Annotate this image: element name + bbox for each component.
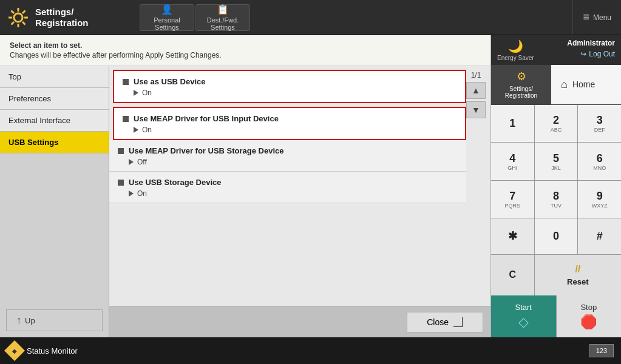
setting-item-meap-usb-storage[interactable]: Use MEAP Driver for USB Storage Device O… (109, 140, 466, 172)
key-7[interactable]: 7PQRS (491, 181, 534, 218)
square-icon-2 (123, 116, 129, 122)
close-label: Close (427, 317, 449, 327)
tab-bar: 👤 Personal Settings 📋 Dest./Fwd. Setting… (134, 0, 572, 35)
numpad: 1 2ABC 3DEF 4GHI 5JKL 6MNO 7PQRS 8TUV 9W… (491, 105, 621, 295)
personal-icon: 👤 (161, 4, 173, 15)
content-body: Top Preferences External Interface USB S… (0, 66, 490, 337)
scroll-down-button[interactable]: ▼ (466, 101, 486, 118)
key-reset[interactable]: // Reset (535, 255, 621, 295)
key-6[interactable]: 6MNO (578, 143, 621, 180)
setting-item-meap-usb-input[interactable]: Use MEAP Driver for USB Input Device On (113, 107, 466, 140)
nav-item-preferences[interactable]: Preferences (0, 88, 109, 110)
admin-area: Administrator ↪ Log Out (540, 35, 621, 65)
bottom-bar: ◆ Status Monitor 123 (0, 337, 621, 364)
logout-button[interactable]: ↪ Log Out (580, 50, 615, 58)
up-button[interactable]: ↑ Up (6, 309, 103, 331)
key-5[interactable]: 5JKL (535, 143, 578, 180)
energy-saver-button[interactable]: 🌙 Energy Saver (491, 35, 540, 65)
setting-title-meap-storage: Use MEAP Driver for USB Storage Device (129, 146, 284, 155)
key-5-label: 5 (553, 152, 559, 165)
key-2-label: 2 (553, 114, 559, 127)
key-0[interactable]: 0 (535, 218, 578, 254)
setting-value-meap-storage: Off (137, 158, 147, 166)
key-2[interactable]: 2ABC (535, 105, 578, 142)
content-area: Select an item to set. Changes will be e… (0, 35, 490, 337)
page-number: 1/1 (471, 71, 481, 79)
key-3-label: 3 (597, 114, 603, 127)
svg-line-8 (12, 22, 15, 25)
key-8[interactable]: 8TUV (535, 181, 578, 218)
key-clear[interactable]: C (491, 255, 534, 295)
key-2-sub: ABC (551, 127, 562, 133)
setting-title-usb-device: Use as USB Device (134, 77, 206, 86)
key-7-label: 7 (509, 190, 515, 203)
info-line1: Select an item to set. (10, 41, 481, 50)
logout-icon: ↪ (580, 50, 586, 58)
status-monitor-button[interactable]: ◆ Status Monitor (7, 343, 78, 358)
key-9[interactable]: 9WXYZ (578, 181, 621, 218)
nav-item-external-interface[interactable]: External Interface (0, 110, 109, 132)
key-5-sub: JKL (551, 165, 561, 171)
keyboard-icon-button[interactable]: 123 (589, 344, 614, 357)
key-7-sub: PQRS (505, 203, 521, 209)
close-btn-row: Close (109, 306, 490, 337)
start-diamond-icon: ◇ (518, 314, 529, 330)
triangle-icon (134, 90, 138, 96)
tab-personal-settings[interactable]: 👤 Personal Settings (140, 4, 194, 31)
menu-label: Menu (593, 13, 611, 22)
setting-value-usb-device: On (142, 89, 152, 97)
setting-item-usb-storage-device[interactable]: Use USB Storage Device On (109, 172, 466, 203)
start-button[interactable]: Start ◇ (491, 295, 556, 337)
start-label: Start (515, 303, 532, 312)
close-button[interactable]: Close (407, 312, 483, 332)
menu-button[interactable]: ≡ Menu (572, 0, 621, 35)
key-star[interactable]: ✱ (491, 218, 534, 254)
scroll-up-button[interactable]: ▲ (466, 82, 486, 99)
key-9-sub: WXYZ (592, 203, 608, 209)
reset-slash-icon: // (575, 264, 580, 275)
settings-panel: Use as USB Device On (109, 66, 490, 337)
home-icon: ⌂ (561, 78, 568, 91)
key-4[interactable]: 4GHI (491, 143, 534, 180)
svg-line-6 (22, 22, 25, 25)
svg-point-0 (14, 13, 22, 22)
app-title-area: Settings/ Registration (0, 0, 134, 35)
settings-reg-row: ⚙ Settings/ Registration ⌂ Home (491, 65, 621, 105)
gear-icon (7, 7, 29, 29)
start-stop-row: Start ◇ Stop 🛑 (491, 295, 621, 337)
key-4-sub: GHI (507, 165, 517, 171)
nav-item-usb-settings[interactable]: USB Settings (0, 132, 109, 153)
home-button[interactable]: ⌂ Home (551, 65, 621, 104)
right-sidebar: 🌙 Energy Saver Administrator ↪ Log Out (490, 35, 621, 337)
tab-dest-fwd-settings[interactable]: 📋 Dest./Fwd. Settings (195, 4, 250, 31)
top-bar: Settings/ Registration 👤 Personal Settin… (0, 0, 621, 35)
logout-label: Log Out (589, 50, 615, 58)
stop-button[interactable]: Stop 🛑 (557, 295, 622, 337)
key-6-sub: MNO (593, 165, 606, 171)
key-8-sub: TUV (551, 203, 562, 209)
up-label: Up (25, 316, 35, 325)
key-hash[interactable]: # (578, 218, 621, 254)
key-1-label: 1 (509, 117, 515, 130)
setting-title-usb-storage: Use USB Storage Device (129, 178, 221, 187)
main-layout: Select an item to set. Changes will be e… (0, 35, 621, 337)
key-3[interactable]: 3DEF (578, 105, 621, 142)
key-3-sub: DEF (594, 127, 605, 133)
key-1[interactable]: 1 (491, 105, 534, 142)
key-9-label: 9 (597, 190, 603, 203)
energy-saver-label: Energy Saver (497, 55, 534, 61)
setting-item-use-as-usb-device[interactable]: Use as USB Device On (113, 70, 466, 103)
setting-value-meap-input: On (142, 126, 152, 134)
key-8-label: 8 (553, 190, 559, 203)
nav-item-top[interactable]: Top (0, 66, 109, 88)
home-label: Home (572, 79, 595, 89)
status-monitor-label: Status Monitor (27, 346, 78, 356)
keyboard-label: 123 (596, 347, 607, 354)
svg-line-7 (22, 10, 25, 13)
stop-circle-icon: 🛑 (580, 314, 597, 330)
square-icon-4 (118, 180, 124, 186)
pagination-area: 1/1 ▲ ▼ (466, 71, 486, 118)
settings-reg-button[interactable]: ⚙ Settings/ Registration (491, 65, 551, 104)
moon-icon: 🌙 (508, 39, 523, 53)
admin-name: Administrator (567, 39, 615, 47)
